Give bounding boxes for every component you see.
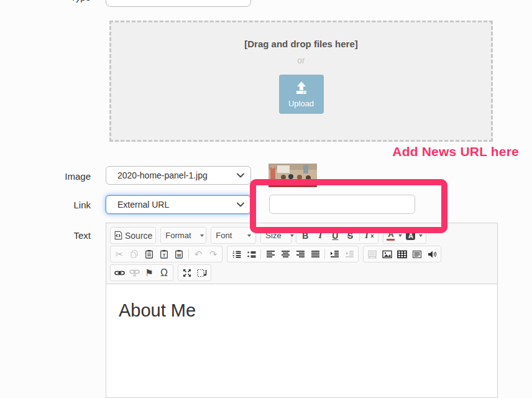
- scissors-icon: ✂: [116, 249, 124, 259]
- justify-icon: [311, 250, 320, 259]
- upload-button[interactable]: Upload: [279, 75, 324, 114]
- upload-button-label: Upload: [288, 99, 314, 108]
- div-container-icon: [412, 250, 422, 259]
- link-button[interactable]: [112, 266, 127, 280]
- undo-icon: ↶: [195, 249, 203, 259]
- embed-media-icon: [367, 250, 377, 259]
- paste-word-icon: W: [175, 249, 183, 259]
- format-dropdown-label: Format: [165, 231, 191, 240]
- chevron-down-icon: [237, 202, 244, 207]
- toolbar-separator: [359, 230, 360, 241]
- toolbar-separator: [188, 249, 189, 259]
- underline-button[interactable]: U: [328, 228, 342, 243]
- paste-from-word-button[interactable]: W: [172, 247, 186, 261]
- format-dropdown[interactable]: Format: [160, 227, 206, 244]
- maximize-icon: [183, 269, 191, 277]
- align-left-button[interactable]: [263, 247, 278, 261]
- text-color-button[interactable]: A: [385, 228, 404, 243]
- copy-button[interactable]: [127, 247, 142, 261]
- strikethrough-button[interactable]: S: [342, 228, 357, 243]
- cut-button[interactable]: ✂: [112, 247, 127, 261]
- type-label: Type: [47, 0, 91, 2]
- link-icon: [114, 269, 125, 277]
- insert-table-button[interactable]: [395, 247, 410, 261]
- chevron-down-icon: [200, 234, 204, 237]
- remove-format-sub: x: [371, 233, 374, 239]
- font-dropdown[interactable]: Font: [211, 227, 256, 244]
- unlink-button[interactable]: [127, 266, 142, 280]
- image-icon: [382, 250, 392, 259]
- chevron-down-icon: [237, 173, 244, 178]
- image-thumbnail: [268, 164, 317, 187]
- font-dropdown-label: Font: [216, 231, 232, 240]
- text-color-icon: A: [387, 230, 395, 241]
- bulleted-list-icon: [247, 250, 256, 259]
- paste-text-icon: T: [160, 249, 168, 259]
- editor-toolbar: Source Format Font Size B I U S Ix: [106, 223, 497, 284]
- upload-icon: [293, 80, 310, 97]
- paste-plain-text-button[interactable]: T: [157, 247, 172, 261]
- align-right-button[interactable]: [293, 247, 308, 261]
- align-right-icon: [296, 250, 305, 259]
- numbered-list-icon: [232, 250, 241, 259]
- image-label: Image: [47, 171, 91, 182]
- chevron-down-icon: [398, 234, 402, 237]
- rich-text-editor: Source Format Font Size B I U S Ix: [106, 223, 498, 398]
- background-color-button[interactable]: A: [404, 228, 424, 243]
- link-select-value: External URL: [117, 200, 237, 210]
- link-type-select[interactable]: External URL: [106, 195, 251, 214]
- file-dropzone[interactable]: [Drag and drop files here] or Upload: [109, 21, 493, 142]
- type-input[interactable]: [106, 0, 251, 7]
- editor-content-area[interactable]: About Me: [106, 284, 497, 393]
- increase-indent-icon: [330, 250, 339, 259]
- remove-format-button[interactable]: Ix: [362, 228, 377, 243]
- numbered-list-button[interactable]: [229, 247, 244, 261]
- news-url-input[interactable]: [269, 195, 415, 214]
- background-color-icon: A: [406, 231, 415, 240]
- italic-button[interactable]: I: [313, 228, 328, 243]
- svg-text:W: W: [177, 253, 181, 257]
- source-icon: [114, 231, 122, 240]
- insert-image-button[interactable]: [380, 247, 395, 261]
- decrease-indent-button[interactable]: [342, 247, 357, 261]
- flag-icon: ⚑: [145, 268, 153, 277]
- text-label: Text: [47, 230, 91, 241]
- paste-button[interactable]: [142, 247, 157, 261]
- special-character-button[interactable]: Ω: [157, 266, 172, 280]
- bold-button[interactable]: B: [298, 228, 313, 243]
- redo-icon: ↷: [209, 249, 218, 259]
- remove-format-label: I: [365, 231, 368, 241]
- source-button[interactable]: Source: [112, 228, 154, 243]
- size-dropdown[interactable]: Size: [260, 227, 291, 244]
- bulleted-list-button[interactable]: [244, 247, 259, 261]
- svg-text:T: T: [163, 252, 166, 258]
- show-blocks-button[interactable]: [195, 266, 209, 280]
- copy-icon: [130, 249, 139, 259]
- maximize-button[interactable]: [180, 266, 195, 280]
- add-news-url-annotation: Add News URL here: [392, 144, 519, 159]
- link-label: Link: [47, 200, 91, 210]
- chevron-down-icon: [290, 234, 294, 237]
- toolbar-separator: [260, 249, 261, 259]
- anchor-button[interactable]: ⚑: [142, 266, 157, 280]
- unlink-icon: [129, 269, 140, 277]
- size-dropdown-label: Size: [265, 231, 281, 240]
- align-center-icon: [281, 250, 290, 259]
- content-heading: About Me: [119, 300, 485, 321]
- omega-icon: Ω: [160, 268, 168, 278]
- insert-audio-button[interactable]: [424, 247, 439, 261]
- redo-button[interactable]: ↷: [206, 247, 221, 261]
- increase-indent-button[interactable]: [327, 247, 342, 261]
- image-select[interactable]: 2020-home-panel-1.jpg: [106, 166, 251, 185]
- table-icon: [397, 250, 407, 259]
- decrease-indent-icon: [345, 250, 354, 259]
- embed-media-button[interactable]: [365, 247, 380, 261]
- toolbar-separator: [324, 249, 325, 259]
- align-left-icon: [266, 250, 275, 259]
- speaker-icon: [427, 250, 437, 259]
- undo-button[interactable]: ↶: [191, 247, 206, 261]
- source-button-label: Source: [125, 231, 152, 241]
- align-center-button[interactable]: [278, 247, 293, 261]
- div-container-button[interactable]: [410, 247, 424, 261]
- justify-button[interactable]: [308, 247, 323, 261]
